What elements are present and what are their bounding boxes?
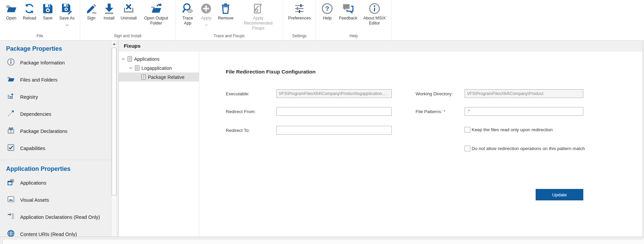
apply-recommended-fixups-button[interactable]: Apply Recommended Fixups	[238, 2, 279, 31]
save-button[interactable]: Save	[41, 2, 55, 21]
install-arrow-icon	[103, 2, 115, 15]
redirect-from-field[interactable]	[276, 107, 392, 116]
open-output-folder-button-label: Open Output Folder	[142, 16, 170, 26]
trace-app-button-label: Trace App	[180, 16, 195, 26]
ribbon-group-trace-fixups: Trace App Apply Remove	[175, 0, 283, 40]
sidebar-item-label: Registry	[20, 94, 38, 100]
sidebar-item-label: Visual Assets	[20, 197, 49, 203]
package-properties-heading: Package Properties	[0, 41, 111, 54]
save-icon	[42, 2, 54, 15]
arrow-list-icon	[7, 212, 15, 222]
preferences-button-label: Preferences	[288, 16, 311, 21]
ribbon-group-file: Open Reload Save	[0, 0, 80, 40]
sidebar-item-label: Dependencies	[20, 111, 51, 117]
gift-icon	[7, 126, 15, 136]
sidebar-item-package-declarations[interactable]: Package Declarations	[0, 123, 111, 140]
windows-icon	[7, 178, 15, 188]
redirect-to-field[interactable]	[276, 126, 392, 135]
panel-header: Fixups	[119, 41, 643, 51]
file-patterns-field[interactable]	[465, 107, 583, 116]
open-folder-icon	[5, 2, 17, 15]
help-button[interactable]: ? Help	[320, 2, 334, 21]
feedback-button[interactable]: Feedback	[338, 2, 358, 21]
sidebar-item-package-information[interactable]: Package Information	[0, 54, 111, 71]
main-panel: Fixups Applications Logapplication Packa…	[118, 41, 643, 237]
sidebar-item-applications[interactable]: Applications	[0, 174, 111, 191]
apply-button-label: Apply	[201, 16, 211, 21]
trace-app-button[interactable]: Trace App	[179, 2, 196, 27]
no-redirection-checkbox[interactable]	[465, 146, 470, 151]
sidebar-item-registry[interactable]: Registry	[0, 88, 111, 105]
reload-icon	[23, 2, 36, 15]
panel-title: Fixups	[124, 43, 141, 49]
redirect-to-label: Redirect To:	[226, 128, 250, 133]
ribbon-group-settings: Preferences Settings	[283, 0, 316, 40]
bottom-status-bar	[0, 237, 644, 244]
redirect-from-label: Redirect From:	[226, 109, 256, 114]
install-button-label: Install	[104, 16, 115, 21]
open-output-folder-button[interactable]: Open Output Folder	[141, 2, 171, 27]
tree-item-logapplication[interactable]: Logapplication	[119, 63, 199, 72]
about-info-icon	[368, 2, 381, 15]
sidebar-scrollbar[interactable]	[111, 41, 117, 237]
remove-button[interactable]: Remove	[217, 2, 234, 21]
scroll-up-arrow-icon[interactable]	[111, 41, 117, 47]
uninstall-button[interactable]: Uninstall	[120, 2, 138, 21]
sidebar-item-label: Package Declarations	[20, 129, 67, 134]
globe-icon	[7, 229, 15, 237]
reload-button-label: Reload	[23, 16, 36, 21]
info-circle-icon	[7, 58, 15, 67]
tree-item-applications[interactable]: Applications	[119, 54, 199, 63]
no-redirection-checkbox-row: Do not allow redirection operations on t…	[465, 146, 585, 151]
ribbon-group-sign-install-caption: Sign and Install	[84, 33, 171, 40]
remove-button-label: Remove	[218, 16, 233, 21]
uninstall-icon	[122, 2, 135, 15]
about-msix-editor-button[interactable]: About MSIX Editor	[362, 2, 387, 27]
keep-read-only-checkbox[interactable]	[465, 127, 470, 133]
apply-button[interactable]: Apply	[199, 2, 213, 28]
sign-button-label: Sign	[87, 16, 95, 21]
file-patterns-label: File Patterns: *	[416, 109, 445, 114]
save-as-button[interactable]: Save As	[58, 2, 76, 28]
ribbon-group-help: ? Help Feedback About MSIX Editor	[316, 0, 391, 40]
open-button[interactable]: Open	[4, 2, 18, 21]
uninstall-button-label: Uninstall	[121, 16, 137, 21]
registry-icon	[7, 92, 15, 102]
install-button[interactable]: Install	[102, 2, 116, 21]
sidebar-item-dependencies[interactable]: Dependencies	[0, 105, 111, 123]
fixups-tree: Applications Logapplication Package Rela…	[119, 51, 199, 237]
executable-field	[276, 89, 392, 98]
sidebar-item-content-uris[interactable]: Content URIs (Read Only)	[0, 226, 111, 237]
chevron-down-icon[interactable]	[121, 57, 125, 61]
about-msix-editor-button-label: About MSIX Editor	[363, 16, 386, 26]
update-button[interactable]: Update	[536, 189, 583, 200]
ribbon-group-help-caption: Help	[320, 33, 387, 40]
apply-plus-icon	[200, 2, 212, 15]
tree-item-package-relative[interactable]: Package Relative	[119, 72, 199, 82]
document-icon	[135, 65, 140, 71]
sidebar-item-label: Capabilities	[20, 146, 45, 151]
trash-icon	[219, 2, 232, 15]
preferences-button[interactable]: Preferences	[287, 2, 312, 21]
open-button-label: Open	[6, 16, 16, 21]
document-icon	[127, 56, 132, 62]
save-button-label: Save	[43, 16, 53, 21]
working-directory-label: Working Directory:	[416, 91, 453, 96]
sidebar-item-application-declarations[interactable]: Application Declarations (Read Only)	[0, 208, 111, 226]
apply-recommended-fixups-button-label: Apply Recommended Fixups	[239, 16, 278, 31]
sidebar-item-capabilities[interactable]: Capabilities	[0, 140, 111, 157]
help-icon: ?	[321, 2, 333, 15]
feedback-button-label: Feedback	[339, 16, 357, 21]
help-button-label: Help	[323, 16, 332, 21]
chevron-down-icon	[205, 21, 208, 28]
sidebar-item-visual-assets[interactable]: Visual Assets	[0, 191, 111, 208]
sidebar-item-label: Files and Folders	[20, 77, 57, 83]
sidebar-item-label: Applications	[20, 180, 46, 186]
sidebar-scrollbar-thumb[interactable]	[112, 48, 116, 195]
sign-button[interactable]: Sign	[84, 2, 99, 21]
reload-button[interactable]: Reload	[22, 2, 37, 21]
chevron-down-icon[interactable]	[128, 66, 133, 70]
sidebar-item-files-and-folders[interactable]: Files and Folders	[0, 71, 111, 88]
chevron-down-icon	[65, 21, 69, 28]
recommended-fixups-icon	[252, 2, 264, 15]
